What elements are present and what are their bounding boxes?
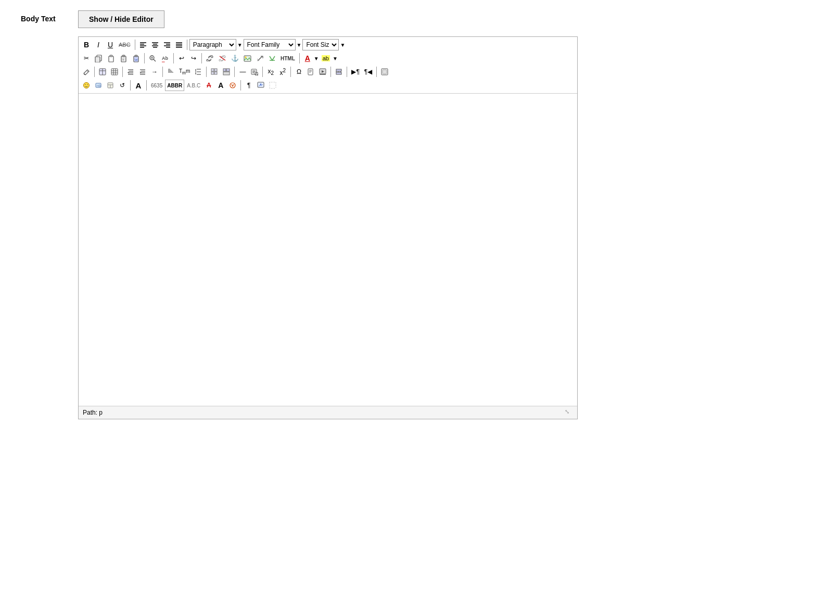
strikecolor-label: A (207, 82, 211, 89)
pagebreak-button[interactable] (333, 66, 345, 78)
spellcheck2-button[interactable]: A.B.C (185, 80, 202, 91)
play-button[interactable]: ▶¶ (349, 66, 361, 78)
pilcrow-button[interactable]: ¶ (243, 80, 254, 91)
nonbreak-icon: nb (95, 82, 102, 89)
image-button[interactable] (241, 53, 253, 64)
show-hide-editor-button[interactable]: Show / Hide Editor (78, 10, 164, 28)
lines2-button[interactable] (267, 80, 278, 91)
align-center-button[interactable] (149, 39, 161, 50)
cleanup-button[interactable] (254, 53, 266, 64)
forecolor-button[interactable]: A (302, 53, 313, 64)
stop-button[interactable]: ¶◀ (362, 66, 374, 78)
insert-table-button[interactable] (97, 66, 108, 78)
svg-rect-21 (122, 55, 125, 57)
separator-15 (347, 67, 347, 77)
search-button[interactable] (249, 66, 260, 78)
editor-content-area[interactable] (79, 94, 577, 406)
align-right-button[interactable] (161, 39, 173, 50)
svg-rect-63 (211, 72, 214, 74)
unlink-button[interactable] (217, 53, 228, 64)
lorem-ipsum-button[interactable]: 6635 (149, 80, 164, 91)
copy-button[interactable] (93, 53, 105, 64)
fullscreen-button[interactable] (379, 66, 390, 78)
abbr-button[interactable]: ABBR (165, 80, 184, 91)
paragraph-select[interactable]: Paragraph Heading 1 Heading 2 Heading 3 (189, 39, 236, 50)
line-height-button[interactable] (193, 66, 204, 78)
fontsize-icon-button[interactable]: A (133, 80, 144, 91)
paste-word-icon: W (132, 55, 140, 62)
indent-button[interactable] (137, 66, 148, 78)
remove-format-button[interactable] (266, 53, 278, 64)
paste-button[interactable] (105, 53, 117, 64)
paste-icon (107, 55, 115, 62)
italic-button[interactable]: I (93, 39, 104, 50)
svg-rect-66 (226, 69, 230, 71)
superscript-button[interactable]: x2 (277, 66, 288, 78)
charmap-button[interactable]: Ω (293, 66, 304, 78)
svg-point-27 (151, 57, 153, 58)
svg-point-96 (260, 84, 262, 85)
svg-rect-62 (214, 69, 217, 71)
field-row: Body Text Show / Hide Editor (21, 10, 819, 28)
strikecolor-button[interactable]: A (203, 80, 214, 91)
find-replace-button[interactable] (147, 53, 159, 64)
paste-text-button[interactable]: T (118, 53, 130, 64)
document-button[interactable] (305, 66, 316, 78)
svg-rect-24 (135, 55, 137, 57)
subscript-button[interactable]: x2 (265, 66, 276, 78)
status-path: Path: p (83, 409, 103, 416)
paste-word-button[interactable]: W (130, 53, 142, 64)
anchor-button[interactable]: ⚓ (229, 53, 241, 64)
document-icon (307, 68, 314, 75)
outdent-button[interactable] (125, 66, 136, 78)
svg-rect-74 (308, 69, 313, 75)
font-size-select[interactable]: Font Size 8 10 12 14 18 24 (302, 39, 339, 50)
svg-point-94 (230, 83, 235, 88)
underline-button[interactable]: U (105, 39, 116, 50)
table-grid2-button[interactable] (221, 66, 232, 78)
forecolor-dropdown-arrow: ▼ (314, 56, 319, 61)
svg-line-28 (154, 59, 156, 61)
spellcheck-button[interactable]: Ab__ (159, 53, 171, 64)
table-props-button[interactable] (109, 66, 120, 78)
template-button[interactable] (105, 80, 116, 91)
resize-handle[interactable]: ⤡ (565, 408, 573, 417)
nonbreak-button[interactable]: nb (93, 80, 104, 91)
smiley-button[interactable] (81, 80, 92, 91)
find-replace-icon (149, 55, 157, 62)
backcolor-button[interactable]: ab (320, 53, 332, 64)
undo-button[interactable]: ↩ (176, 53, 187, 64)
preview-button[interactable] (255, 80, 266, 91)
svg-rect-65 (223, 69, 226, 71)
html-button[interactable]: HTML (278, 53, 297, 64)
separator-13 (290, 67, 291, 77)
bold-button[interactable]: B (81, 39, 92, 50)
editor-statusbar: Path: p ⤡ (79, 406, 577, 419)
hr-button[interactable]: — (237, 66, 248, 78)
edit-button[interactable] (81, 66, 92, 78)
cut-button[interactable]: ✂ (81, 53, 92, 64)
font-height-button[interactable]: Tmm (177, 66, 192, 78)
table-grid-button[interactable] (209, 66, 220, 78)
align-justify-button[interactable] (173, 39, 185, 50)
link-icon (206, 55, 214, 61)
link-button[interactable] (204, 53, 216, 64)
align-left-button[interactable] (137, 39, 149, 50)
toolbar-row-1: B I U ABC (81, 38, 575, 52)
indent2-button[interactable]: → (149, 66, 160, 78)
redo-button[interactable]: ↪ (188, 53, 199, 64)
svg-text:W: W (135, 58, 138, 61)
textcolor2-label: A (218, 81, 223, 89)
format-indent-button[interactable] (165, 66, 176, 78)
style-selector-icon (229, 82, 236, 89)
textcolor2-button[interactable]: A (215, 80, 226, 91)
font-family-select[interactable]: Font Family Arial Times New Roman Courie… (244, 39, 296, 50)
separator-14 (330, 67, 331, 77)
style-selector-button[interactable] (227, 80, 238, 91)
separator-7 (94, 67, 95, 77)
remove-format-icon (269, 55, 276, 62)
undo3-button[interactable]: ↺ (117, 80, 128, 91)
separator-19 (240, 80, 241, 91)
strikethrough-button[interactable]: ABC (117, 39, 133, 50)
media-button[interactable] (317, 66, 328, 78)
